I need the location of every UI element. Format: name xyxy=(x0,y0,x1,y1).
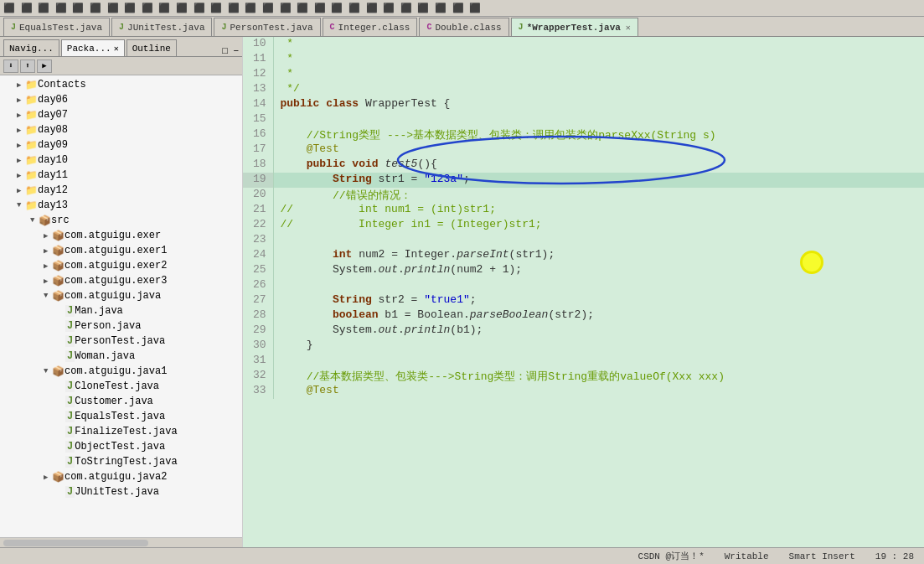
left-panel-minimize[interactable]: □ − xyxy=(222,46,242,56)
line-code-25[interactable]: System.out.println(num2 + 1); xyxy=(273,263,924,278)
tree-item-day07[interactable]: ▶ 📁 day07 xyxy=(0,107,242,122)
line-code-12[interactable]: * xyxy=(273,67,924,82)
left-toolbar-btn2[interactable]: ⬆ xyxy=(20,60,35,73)
line-code-33[interactable]: @Test xyxy=(273,384,924,399)
pkg-icon-exer1: 📦 xyxy=(52,245,65,257)
tree-item-java[interactable]: ▼ 📦 com.atguigu.java xyxy=(0,288,242,303)
line-code-32[interactable]: //基本数据类型、包装类--->String类型：调用String重载的valu… xyxy=(273,369,924,384)
line-number-23: 23 xyxy=(243,233,273,248)
tree-item-customer[interactable]: J Customer.java xyxy=(0,394,242,409)
tree-label-java: com.atguigu.java xyxy=(65,290,161,302)
line-number-21: 21 xyxy=(243,203,273,218)
tree-item-person[interactable]: J Person.java xyxy=(0,318,242,334)
line-code-23[interactable] xyxy=(273,233,924,248)
tree-item-persontest[interactable]: J PersonTest.java xyxy=(0,334,242,349)
line-code-11[interactable]: * xyxy=(273,52,924,67)
line-code-14[interactable]: public class WrapperTest { xyxy=(273,97,924,112)
tree-item-equalstest[interactable]: J EqualsTest.java xyxy=(0,409,242,424)
left-toolbar-btn3[interactable]: ▶ xyxy=(37,60,52,73)
tree-label-day07: day07 xyxy=(38,109,68,121)
tree-item-day06[interactable]: ▶ 📁 day06 xyxy=(0,92,242,107)
line-code-31[interactable] xyxy=(273,354,924,369)
line-code-26[interactable] xyxy=(273,278,924,293)
hscroll-thumb[interactable] xyxy=(3,540,148,546)
tab-wrappertest[interactable]: J *WrapperTest.java ✕ xyxy=(511,18,638,36)
line-code-29[interactable]: System.out.println(b1); xyxy=(273,323,924,339)
tree-item-exer3[interactable]: ▶ 📦 com.atguigu.exer3 xyxy=(0,273,242,288)
tree-label-customer: Customer.java xyxy=(75,396,153,407)
tree-item-junittest[interactable]: J JUnitTest.java xyxy=(0,484,242,499)
tree-item-day12[interactable]: ▶ 📁 day12 xyxy=(0,183,242,198)
tree-item-exer[interactable]: ▶ 📦 com.atguigu.exer xyxy=(0,228,242,243)
tab-label-equalstest: EqualsTest.java xyxy=(19,23,102,33)
code-line-24: 24 int num2 = Integer.parseInt(str1); xyxy=(243,248,924,263)
left-toolbar-btn1[interactable]: ⬇ xyxy=(3,60,18,73)
pkg-icon-exer2: 📦 xyxy=(52,260,65,272)
left-panel-hscroll[interactable] xyxy=(0,537,242,547)
tree-item-src[interactable]: ▼ 📦 src xyxy=(0,213,242,228)
code-line-23: 23 xyxy=(243,233,924,248)
main-toolbar: ⬛ ⬛ ⬛ ⬛ ⬛ ⬛ ⬛ ⬛ ⬛ ⬛ ⬛ ⬛ ⬛ ⬛ ⬛ ⬛ ⬛ ⬛ ⬛ ⬛ … xyxy=(0,0,924,17)
left-panel-tabs: Navig... Packa... ✕ Outline □ − xyxy=(0,37,242,57)
tab-persontest[interactable]: J PersonTest.java xyxy=(214,18,320,36)
tree-item-day11[interactable]: ▶ 📁 day11 xyxy=(0,168,242,183)
tree-item-day09[interactable]: ▶ 📁 day09 xyxy=(0,137,242,153)
tree-item-exer1[interactable]: ▶ 📦 com.atguigu.exer1 xyxy=(0,243,242,258)
line-code-22[interactable]: // Integer in1 = (Integer)str1; xyxy=(273,218,924,233)
tree-item-java2[interactable]: ▶ 📦 com.atguigu.java2 xyxy=(0,469,242,484)
left-tab-outline[interactable]: Outline xyxy=(126,39,177,56)
tab-close-wrappertest[interactable]: ✕ xyxy=(626,23,631,33)
code-line-32: 32 //基本数据类型、包装类--->String类型：调用String重载的v… xyxy=(243,369,924,384)
tree-item-day13[interactable]: ▼ 📁 day13 xyxy=(0,198,242,213)
line-code-30[interactable]: } xyxy=(273,339,924,354)
line-code-16[interactable]: //String类型 --->基本数据类型、包装类：调用包装类的parseXxx… xyxy=(273,127,924,142)
left-tab-package-close[interactable]: ✕ xyxy=(114,44,119,54)
line-code-19[interactable]: String str1 = "123a"; xyxy=(273,173,924,188)
java-icon-objecttest: J xyxy=(65,441,75,453)
pkg-icon-java: 📦 xyxy=(52,290,65,303)
line-number-11: 11 xyxy=(243,52,273,67)
tab-equalstest[interactable]: J EqualsTest.java xyxy=(3,18,110,36)
line-code-28[interactable]: boolean b1 = Boolean.parseBoolean(str2); xyxy=(273,308,924,323)
tree-item-finalizetest[interactable]: J FinalizeTest.java xyxy=(0,424,242,439)
tree-item-tostringtest[interactable]: J ToStringTest.java xyxy=(0,454,242,469)
tree-item-woman[interactable]: J Woman.java xyxy=(0,349,242,364)
src-icon: 📦 xyxy=(39,215,51,227)
left-tab-navigator[interactable]: Navig... xyxy=(3,39,59,56)
line-code-21[interactable]: // int num1 = (int)str1; xyxy=(273,203,924,218)
line-code-15[interactable] xyxy=(273,112,924,127)
tree-item-clonetest[interactable]: J CloneTest.java xyxy=(0,379,242,394)
line-code-13[interactable]: */ xyxy=(273,82,924,97)
tree-item-man[interactable]: J Man.java xyxy=(0,303,242,318)
tree-item-java1[interactable]: ▼ 📦 com.atguigu.java1 xyxy=(0,364,242,379)
status-csdn: CSDN @订当！* xyxy=(635,550,708,562)
line-number-27: 27 xyxy=(243,293,273,308)
tab-junittest[interactable]: J JUnitTest.java xyxy=(111,18,212,36)
line-code-18[interactable]: public void test5(){ xyxy=(273,158,924,173)
tab-double-class[interactable]: C Double.class xyxy=(419,18,508,36)
line-code-17[interactable]: @Test xyxy=(273,142,924,158)
tree-item-day08[interactable]: ▶ 📁 day08 xyxy=(0,122,242,137)
tree-item-objecttest[interactable]: J ObjectTest.java xyxy=(0,439,242,454)
line-code-24[interactable]: int num2 = Integer.parseInt(str1); xyxy=(273,248,924,263)
code-line-21: 21 // int num1 = (int)str1; xyxy=(243,203,924,218)
code-editor[interactable]: 10 * 11 * 12 * 13 */ 14 public class Wra… xyxy=(243,37,924,547)
package-tree[interactable]: ▶ 📁 Contacts ▶ 📁 day06 ▶ 📁 day07 ▶ 📁 da xyxy=(0,75,242,537)
tree-item-day10[interactable]: ▶ 📁 day10 xyxy=(0,153,242,168)
left-tab-package[interactable]: Packa... ✕ xyxy=(61,39,125,56)
line-code-27[interactable]: String str2 = "true1"; xyxy=(273,293,924,308)
line-number-20: 20 xyxy=(243,188,273,203)
tab-icon-wrappertest: J xyxy=(519,23,524,32)
line-code-20[interactable]: //错误的情况： xyxy=(273,188,924,203)
tab-icon-persontest: J xyxy=(221,23,226,32)
folder-icon-day07: 📁 xyxy=(25,109,38,122)
line-number-29: 29 xyxy=(243,323,273,339)
toolbar-icons: ⬛ ⬛ ⬛ ⬛ ⬛ ⬛ ⬛ ⬛ ⬛ ⬛ ⬛ ⬛ ⬛ ⬛ ⬛ ⬛ ⬛ ⬛ ⬛ ⬛ … xyxy=(3,3,481,13)
tree-item-exer2[interactable]: ▶ 📦 com.atguigu.exer2 xyxy=(0,258,242,273)
tree-item-contacts[interactable]: ▶ 📁 Contacts xyxy=(0,77,242,92)
tab-icon-double: C xyxy=(426,23,431,32)
line-code-10[interactable]: * xyxy=(273,37,924,52)
line-number-17: 17 xyxy=(243,142,273,158)
tab-integer-class[interactable]: C Integer.class xyxy=(323,18,418,36)
left-tab-navigator-label: Navig... xyxy=(9,44,54,54)
